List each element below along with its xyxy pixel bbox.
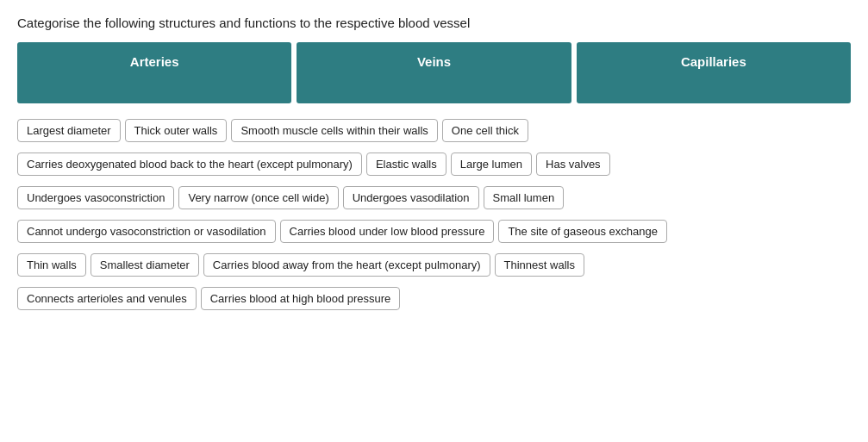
tag-item[interactable]: Thick outer walls: [125, 119, 228, 142]
tag-item[interactable]: Elastic walls: [366, 153, 446, 176]
tag-item[interactable]: Has valves: [536, 153, 610, 176]
tag-item[interactable]: Cannot undergo vasoconstriction or vasod…: [17, 220, 276, 243]
column-veins: Veins: [297, 42, 571, 103]
tag-item[interactable]: Thinnest walls: [495, 253, 584, 277]
tag-item[interactable]: Small lumen: [484, 186, 565, 209]
tag-row-5: Connects arterioles and venulesCarries b…: [17, 287, 400, 310]
tag-item[interactable]: Undergoes vasodilation: [343, 186, 479, 209]
tag-item[interactable]: Carries blood at high blood pressure: [201, 287, 401, 310]
tag-item[interactable]: Carries blood away from the heart (excep…: [203, 253, 490, 277]
tag-row-3: Cannot undergo vasoconstriction or vasod…: [17, 220, 667, 243]
column-arteries: Arteries: [17, 42, 291, 103]
tag-item[interactable]: Very narrow (once cell wide): [178, 186, 338, 209]
columns-container: ArteriesVeinsCapillaries: [17, 42, 851, 103]
tag-item[interactable]: Carries deoxygenated blood back to the h…: [17, 153, 362, 176]
tags-area: Largest diameterThick outer wallsSmooth …: [17, 119, 851, 316]
tag-item[interactable]: Connects arterioles and venules: [17, 287, 197, 310]
tag-item[interactable]: Smallest diameter: [91, 253, 199, 277]
tag-row-2: Undergoes vasoconstrictionVery narrow (o…: [17, 186, 564, 209]
column-capillaries: Capillaries: [577, 42, 851, 103]
tag-item[interactable]: The site of gaseous exchange: [498, 220, 666, 243]
tag-row-0: Largest diameterThick outer wallsSmooth …: [17, 119, 528, 142]
tag-item[interactable]: Largest diameter: [17, 119, 121, 142]
tag-item[interactable]: Carries blood under low blood pressure: [280, 220, 495, 243]
tag-row-1: Carries deoxygenated blood back to the h…: [17, 153, 610, 176]
tag-item[interactable]: Large lumen: [451, 153, 532, 176]
page-title: Categorise the following structures and …: [17, 16, 851, 30]
tag-item[interactable]: Thin walls: [17, 253, 86, 277]
tag-item[interactable]: Undergoes vasoconstriction: [17, 186, 174, 209]
tag-row-4: Thin wallsSmallest diameterCarries blood…: [17, 253, 584, 277]
tag-item[interactable]: One cell thick: [442, 119, 528, 142]
tag-item[interactable]: Smooth muscle cells within their walls: [231, 119, 437, 142]
